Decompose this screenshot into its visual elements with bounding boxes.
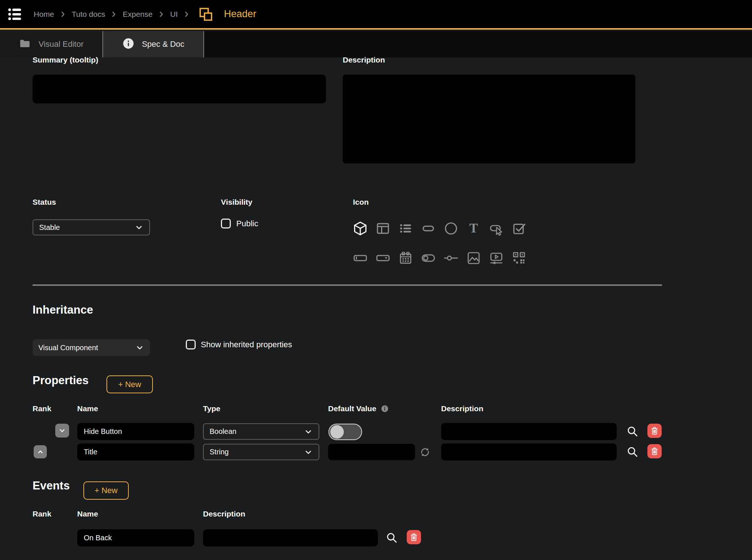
breadcrumb-home[interactable]: Home	[34, 10, 54, 19]
chevron-up-icon	[36, 448, 45, 456]
events-col-description: Description	[203, 510, 245, 518]
status-select-value: Stable	[39, 223, 60, 232]
delete-event-button[interactable]	[407, 530, 421, 544]
event-description-input[interactable]	[203, 529, 378, 546]
tab-label: Spec & Doc	[142, 39, 184, 49]
show-inherited-label: Show inherited properties	[201, 340, 292, 349]
status-label: Status	[33, 198, 56, 207]
calendar-icon[interactable]	[397, 250, 414, 266]
inheritance-parent-select[interactable]: Visual Component	[33, 339, 150, 356]
public-checkbox[interactable]	[221, 219, 231, 228]
breadcrumb: Home Tuto docs Expense UI Header	[34, 7, 256, 22]
slider-icon[interactable]	[443, 250, 459, 266]
toggle-knob	[330, 425, 344, 439]
new-property-button[interactable]: + New	[106, 375, 153, 393]
chevron-right-icon	[59, 11, 67, 18]
button-icon[interactable]	[420, 220, 436, 237]
events-heading: Events	[33, 479, 70, 492]
property-type-value: String	[210, 448, 229, 456]
trash-icon	[650, 446, 659, 456]
tab-visual-editor[interactable]: Visual Editor	[0, 31, 102, 57]
chevron-down-icon	[135, 343, 144, 352]
visibility-label: Visibility	[221, 198, 252, 207]
box-3d-icon[interactable]	[352, 220, 368, 237]
menu-list-icon[interactable]	[7, 6, 23, 23]
delete-property-button[interactable]	[647, 424, 662, 438]
chevron-down-icon	[135, 223, 143, 232]
chevron-right-icon	[183, 11, 190, 18]
public-checkbox-label: Public	[236, 219, 258, 228]
move-rank-down-button[interactable]	[55, 424, 69, 438]
summary-label: Summary (tooltip)	[33, 56, 98, 64]
list-icon[interactable]	[397, 220, 414, 237]
event-name-input[interactable]	[77, 529, 194, 546]
property-description-input[interactable]	[441, 443, 617, 461]
properties-col-name: Name	[77, 404, 98, 413]
tab-strip: Visual Editor Spec & Doc	[0, 31, 752, 57]
video-icon[interactable]	[488, 250, 504, 266]
property-name-input[interactable]	[77, 443, 194, 461]
info-icon	[122, 37, 135, 51]
text-input-icon[interactable]	[352, 250, 368, 266]
info-icon[interactable]	[381, 405, 389, 413]
chevron-down-icon	[58, 426, 67, 435]
page-title: Header	[224, 8, 256, 20]
properties-col-default-text: Default Value	[328, 404, 376, 413]
property-type-select[interactable]: Boolean	[203, 423, 319, 440]
inheritance-parent-value: Visual Component	[38, 344, 98, 352]
property-type-select[interactable]: String	[203, 444, 319, 460]
chevron-down-icon	[304, 427, 313, 436]
inheritance-heading: Inheritance	[33, 303, 93, 317]
property-description-input[interactable]	[441, 423, 617, 440]
summary-input[interactable]	[33, 75, 326, 103]
icon-label: Icon	[353, 198, 369, 207]
properties-col-default: Default Value	[328, 404, 389, 413]
events-col-rank: Rank	[33, 510, 51, 518]
refresh-icon[interactable]	[418, 445, 432, 459]
chevron-right-icon	[110, 11, 117, 18]
breadcrumb-expense[interactable]: Expense	[123, 10, 153, 19]
tab-label: Visual Editor	[38, 39, 83, 49]
trash-icon	[650, 426, 659, 436]
icon-picker-row	[352, 250, 527, 266]
app-window: Home Tuto docs Expense UI Header	[0, 0, 752, 560]
new-event-button[interactable]: + New	[83, 481, 129, 500]
folder-icon	[19, 37, 31, 51]
tab-spec-doc[interactable]: Spec & Doc	[102, 31, 204, 57]
properties-heading: Properties	[33, 374, 89, 387]
dropdown-icon[interactable]	[375, 250, 391, 266]
chevron-right-icon	[158, 11, 165, 18]
default-value-input[interactable]	[328, 444, 415, 460]
component-icon	[198, 7, 214, 22]
search-icon[interactable]	[625, 424, 639, 438]
delete-property-button[interactable]	[647, 444, 662, 458]
show-inherited-checkbox[interactable]	[186, 340, 196, 349]
icon-picker-row: T	[352, 220, 527, 237]
properties-col-type: Type	[203, 404, 220, 413]
cursor-click-icon[interactable]	[488, 220, 504, 237]
status-select[interactable]: Stable	[33, 219, 150, 235]
default-value-toggle[interactable]	[328, 424, 362, 440]
layout-icon[interactable]	[375, 220, 391, 237]
search-icon[interactable]	[385, 531, 399, 545]
checkbox-icon[interactable]	[511, 220, 527, 237]
description-input[interactable]	[343, 75, 635, 163]
toggle-icon[interactable]	[420, 250, 436, 266]
move-rank-up-button[interactable]	[34, 445, 47, 458]
text-icon[interactable]: T	[465, 220, 482, 237]
top-bar: Home Tuto docs Expense UI Header	[0, 0, 752, 30]
circle-icon[interactable]	[443, 220, 459, 237]
image-icon[interactable]	[465, 250, 482, 266]
section-divider	[33, 284, 662, 286]
trash-icon	[409, 532, 419, 542]
breadcrumb-ui[interactable]: UI	[170, 10, 178, 19]
events-col-name: Name	[77, 510, 98, 518]
property-type-value: Boolean	[210, 427, 236, 436]
qr-code-icon[interactable]	[511, 250, 527, 266]
properties-col-description: Description	[441, 404, 484, 413]
breadcrumb-tuto-docs[interactable]: Tuto docs	[72, 10, 105, 19]
property-name-input[interactable]	[77, 423, 194, 440]
svg-text:T: T	[469, 221, 478, 235]
properties-col-rank: Rank	[33, 404, 51, 413]
search-icon[interactable]	[625, 445, 639, 459]
